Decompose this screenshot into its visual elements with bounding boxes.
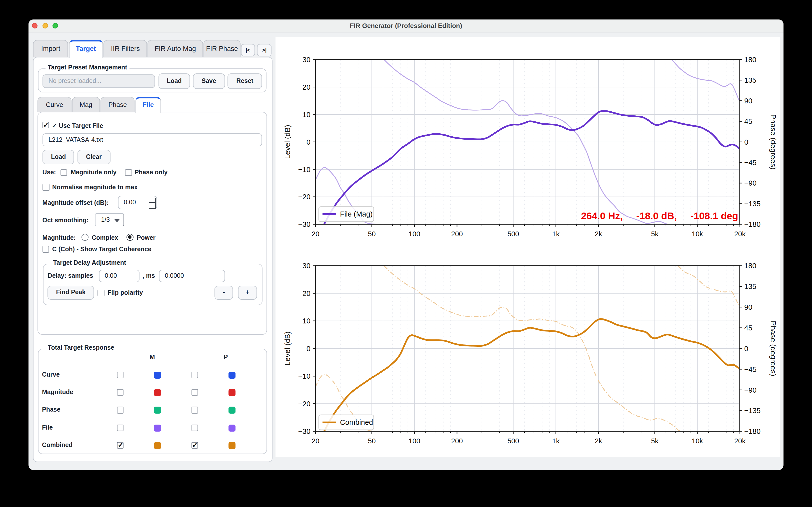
svg-text:50: 50 (368, 230, 376, 238)
svg-text:−30: −30 (298, 220, 310, 228)
svg-text:100: 100 (408, 230, 420, 238)
svg-text:264.0 Hz, -18.0 dB, -1: 264.0 Hz, -18.0 dB, -108.1 deg (581, 211, 738, 221)
svg-text:200: 200 (451, 437, 463, 445)
svg-text:180: 180 (744, 56, 756, 64)
svg-text:Phase (degrees): Phase (degrees) (769, 114, 777, 170)
svg-text:0: 0 (306, 138, 310, 146)
svg-text:50: 50 (368, 437, 376, 445)
svg-text:30: 30 (303, 262, 310, 270)
svg-text:0: 0 (744, 138, 748, 146)
svg-text:−45: −45 (744, 365, 757, 374)
svg-text:Phase (degrees): Phase (degrees) (769, 321, 777, 376)
svg-text:20k: 20k (734, 230, 746, 238)
svg-text:10k: 10k (692, 437, 703, 445)
svg-text:45: 45 (744, 324, 752, 332)
svg-text:20: 20 (311, 437, 319, 445)
svg-text:−135: −135 (744, 200, 761, 208)
svg-text:5k: 5k (651, 230, 659, 238)
svg-text:−90: −90 (744, 179, 757, 187)
svg-text:135: 135 (744, 282, 756, 290)
svg-text:−135: −135 (744, 407, 761, 414)
svg-text:20: 20 (311, 230, 319, 238)
svg-text:10k: 10k (692, 230, 703, 238)
svg-text:−45: −45 (744, 159, 757, 167)
svg-text:30: 30 (303, 56, 310, 64)
svg-text:−10: −10 (298, 372, 310, 380)
svg-text:2k: 2k (595, 230, 603, 238)
svg-text:1k: 1k (552, 230, 560, 238)
svg-text:20: 20 (303, 289, 310, 297)
svg-text:10: 10 (303, 317, 310, 325)
svg-text:−90: −90 (744, 386, 757, 394)
svg-text:−20: −20 (298, 193, 310, 201)
svg-text:Combined: Combined (340, 418, 373, 426)
svg-text:135: 135 (744, 76, 756, 84)
svg-text:−10: −10 (298, 166, 310, 174)
svg-text:2k: 2k (595, 437, 603, 445)
svg-text:500: 500 (507, 230, 519, 238)
svg-text:File (Mag): File (Mag) (340, 210, 373, 218)
svg-text:100: 100 (408, 437, 420, 445)
svg-text:200: 200 (451, 230, 463, 238)
svg-text:1k: 1k (552, 437, 560, 445)
svg-text:Level (dB): Level (dB) (283, 125, 292, 159)
svg-text:20k: 20k (734, 437, 746, 445)
svg-text:500: 500 (507, 437, 519, 445)
svg-text:−30: −30 (298, 427, 310, 435)
svg-text:45: 45 (744, 117, 752, 125)
svg-text:0: 0 (306, 345, 310, 353)
svg-text:−20: −20 (298, 400, 310, 408)
svg-text:90: 90 (744, 97, 752, 105)
svg-text:5k: 5k (651, 437, 659, 445)
svg-text:−180: −180 (744, 427, 761, 435)
svg-text:0: 0 (744, 345, 748, 353)
svg-text:90: 90 (744, 303, 752, 311)
svg-text:10: 10 (303, 111, 310, 119)
svg-text:Level (dB): Level (dB) (283, 331, 292, 365)
svg-text:−180: −180 (744, 220, 761, 228)
svg-text:180: 180 (744, 262, 756, 270)
svg-text:20: 20 (303, 83, 310, 91)
